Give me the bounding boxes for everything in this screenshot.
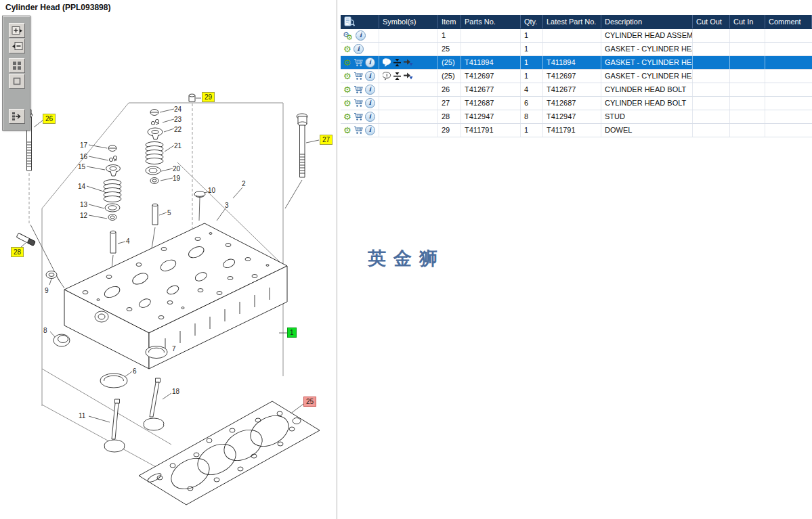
- supersession-arrow-icon: [403, 72, 413, 81]
- info-icon[interactable]: i: [365, 125, 375, 135]
- parts-table: Symbol(s) Item Parts No. Qty. Latest Par…: [341, 15, 812, 137]
- gear-icon[interactable]: ⚙: [343, 112, 351, 121]
- callout-18[interactable]: 18: [172, 387, 179, 396]
- callout-15[interactable]: 15: [78, 162, 85, 171]
- gear-icon[interactable]: ⚙: [343, 45, 351, 53]
- exploded-diagram: [0, 0, 337, 519]
- callout-11[interactable]: 11: [79, 411, 85, 420]
- fit-view-icon: [12, 76, 22, 86]
- table-row-selected[interactable]: ⚙ i (25) T411894 1 T411894 GASKET - CYLI…: [341, 56, 812, 70]
- note-balloon-icon: [383, 58, 391, 67]
- column-header-item[interactable]: Item: [438, 15, 461, 28]
- callout-16[interactable]: 16: [80, 152, 87, 161]
- table-header: Symbol(s) Item Parts No. Qty. Latest Par…: [341, 15, 812, 29]
- callout-9[interactable]: 9: [45, 286, 49, 295]
- diagram-panel: Cylinder Head (PPL093898): [0, 0, 337, 519]
- parts-catalog-window: Cylinder Head (PPL093898): [0, 0, 812, 519]
- interference-fit-icon: [393, 58, 402, 67]
- callout-10[interactable]: 10: [208, 186, 215, 195]
- column-header-cut-in[interactable]: Cut In: [730, 15, 765, 28]
- callout-22[interactable]: 22: [174, 125, 181, 134]
- table-row[interactable]: ⚙ i 25 1 GASKET - CYLINDER HEAD: [341, 43, 812, 56]
- cart-icon[interactable]: [354, 85, 363, 94]
- zoom-out-button[interactable]: [9, 39, 25, 53]
- cart-icon[interactable]: [354, 99, 363, 108]
- report-search-icon: [343, 16, 356, 27]
- callout-3[interactable]: 3: [225, 201, 229, 210]
- table-row[interactable]: ⚙ i 26 T412677 4 T412677 CYLINDER HEAD B…: [341, 83, 812, 97]
- callout-1-highlighted[interactable]: 1: [287, 328, 297, 338]
- info-icon[interactable]: i: [365, 71, 375, 81]
- watermark-text: 英金狮: [368, 246, 445, 271]
- callout-26-highlighted[interactable]: 26: [43, 114, 56, 124]
- callout-2[interactable]: 2: [242, 179, 246, 188]
- table-row[interactable]: ⚙ i (25) T412697 1 T412697 GASKET - CYLI…: [341, 70, 812, 83]
- zoom-out-icon: [12, 41, 23, 51]
- export-list-icon: [12, 112, 22, 121]
- callout-14[interactable]: 14: [78, 182, 85, 191]
- callout-27-highlighted[interactable]: 27: [320, 135, 333, 145]
- note-balloon-icon: [383, 72, 391, 81]
- tile-view-button[interactable]: [9, 58, 25, 73]
- supersession-arrow-icon: [403, 58, 413, 67]
- column-header-comment[interactable]: Comment: [765, 15, 812, 28]
- gear-icon[interactable]: ⚙: [343, 99, 351, 108]
- callout-17[interactable]: 17: [80, 141, 87, 150]
- callout-7[interactable]: 7: [172, 344, 176, 353]
- info-icon[interactable]: i: [365, 98, 375, 108]
- interference-fit-icon: [393, 72, 402, 81]
- zoom-in-icon: [12, 26, 23, 36]
- gear-icon[interactable]: ⚙: [343, 126, 351, 135]
- table-row[interactable]: ⚙ i 29 T411791 1 T411791 DOWEL: [341, 124, 812, 137]
- cart-icon[interactable]: [354, 72, 363, 81]
- gear-icon[interactable]: ⚙: [343, 72, 351, 81]
- callout-29-highlighted[interactable]: 29: [202, 92, 215, 102]
- table-row[interactable]: ⚙⚙ i 1 1 CYLINDER HEAD ASSEMBLY: [341, 29, 812, 43]
- column-header-description[interactable]: Description: [601, 15, 693, 28]
- column-header-cut-out[interactable]: Cut Out: [693, 15, 730, 28]
- callout-28-highlighted[interactable]: 28: [11, 247, 24, 257]
- fit-view-button[interactable]: [9, 74, 25, 89]
- callout-13[interactable]: 13: [80, 200, 87, 209]
- gear-icon[interactable]: ⚙: [343, 85, 351, 94]
- export-list-button[interactable]: [9, 109, 25, 124]
- cart-icon[interactable]: [354, 126, 363, 135]
- callout-8[interactable]: 8: [43, 326, 47, 335]
- callout-25-highlighted[interactable]: 25: [303, 397, 316, 407]
- callout-24[interactable]: 24: [174, 105, 181, 114]
- report-column-header[interactable]: [341, 15, 379, 28]
- table-row[interactable]: ⚙ i 27 T412687 6 T412687 CYLINDER HEAD B…: [341, 97, 812, 110]
- cart-icon[interactable]: [354, 58, 363, 67]
- column-header-symbols[interactable]: Symbol(s): [379, 15, 438, 28]
- callout-4[interactable]: 4: [126, 237, 130, 246]
- tile-view-icon: [12, 61, 22, 70]
- info-icon[interactable]: i: [365, 112, 375, 122]
- info-icon[interactable]: i: [365, 85, 375, 95]
- related-parts-icon[interactable]: ⚙⚙: [343, 30, 354, 41]
- info-icon[interactable]: i: [365, 58, 375, 68]
- callout-12[interactable]: 12: [80, 211, 87, 220]
- callout-6[interactable]: 6: [133, 367, 137, 376]
- info-icon[interactable]: i: [356, 30, 366, 41]
- gear-icon[interactable]: ⚙: [343, 58, 351, 67]
- column-header-qty[interactable]: Qty.: [521, 15, 543, 28]
- zoom-in-button[interactable]: [9, 23, 25, 38]
- cart-icon[interactable]: [354, 112, 363, 121]
- info-icon[interactable]: i: [354, 44, 364, 54]
- column-header-parts-no[interactable]: Parts No.: [461, 15, 521, 28]
- view-toolbar: [2, 16, 30, 131]
- callout-19[interactable]: 19: [173, 174, 180, 183]
- callout-21[interactable]: 21: [174, 141, 181, 150]
- column-header-latest-part-no[interactable]: Latest Part No.: [543, 15, 601, 28]
- table-row[interactable]: ⚙ i 28 T412947 8 T412947 STUD: [341, 110, 812, 124]
- callout-20[interactable]: 20: [173, 164, 180, 173]
- callout-5[interactable]: 5: [167, 208, 171, 217]
- callout-23[interactable]: 23: [174, 115, 181, 124]
